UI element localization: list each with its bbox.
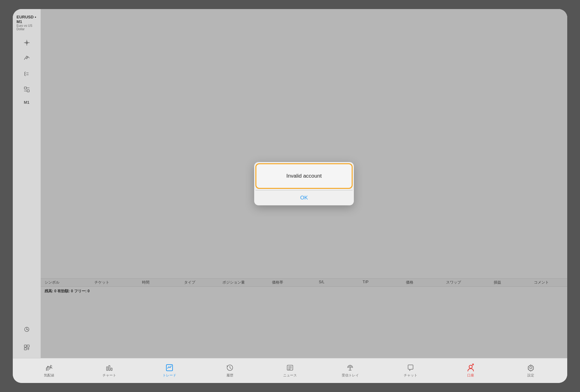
dialog-buttons: OK [254,190,354,205]
signals-label: 受信トレイ [342,373,359,378]
nav-chart[interactable]: チャート [97,364,122,378]
objects-icon[interactable] [21,83,33,96]
svg-point-3 [26,56,27,57]
chat-label: チャット [404,373,417,378]
svg-rect-13 [27,345,29,347]
news-icon [286,364,294,372]
script-icon[interactable] [21,68,33,80]
svg-point-11 [26,329,27,330]
dialog-message-box: Invalid account [255,163,353,189]
nav-settings[interactable]: 設定 [518,364,543,378]
chart-icon [105,364,113,372]
svg-point-36 [530,367,532,369]
svg-rect-7 [27,90,29,92]
quotes-label: 気配値 [44,373,54,378]
settings-label: 設定 [527,373,534,378]
nav-history[interactable]: 履歴 [217,364,242,378]
svg-rect-22 [166,365,173,371]
timeframe-label[interactable]: M1 [21,99,32,106]
nav-signals[interactable]: 受信トレイ [338,364,363,378]
dialog-message: Invalid account [286,173,321,179]
bottom-nav: 気配値 チャート トレード [13,358,567,383]
invalid-account-dialog: Invalid account OK [254,162,354,205]
svg-rect-20 [109,366,110,370]
svg-rect-19 [107,367,108,370]
dialog-overlay: Invalid account OK [41,9,567,358]
indicators-icon[interactable] [21,52,33,65]
chat-icon [406,364,415,372]
settings-icon [527,364,535,372]
crosshair-icon[interactable] [21,36,33,49]
svg-point-32 [469,365,472,368]
svg-rect-6 [24,87,26,89]
symbol-name: EURUSD • M1 [17,15,37,24]
history-label: 履歴 [226,373,233,378]
quotes-icon [45,364,53,372]
svg-rect-12 [24,345,26,347]
ok-button[interactable]: OK [254,190,354,205]
account-label: 口座 [467,373,474,378]
trade-icon [165,364,174,372]
nav-trade[interactable]: トレード [157,364,182,378]
account-icon [467,364,475,372]
chart-label: チャート [102,373,116,378]
signals-icon [346,364,354,372]
nav-account[interactable]: 口座 [458,364,483,378]
symbol-description: Euro vs US Dollar [17,24,37,31]
svg-rect-14 [24,348,26,350]
news-label: ニュース [283,373,297,378]
nav-news[interactable]: ニュース [278,364,302,378]
add-widget-icon[interactable] [21,341,33,354]
nav-chat[interactable]: チャット [398,364,423,378]
device-frame: EURUSD • M1 Euro vs US Dollar [13,9,567,383]
sidebar: EURUSD • M1 Euro vs US Dollar [13,9,41,358]
history-icon [226,364,234,372]
svg-rect-21 [111,368,112,370]
symbol-header: EURUSD • M1 Euro vs US Dollar [13,12,40,33]
nav-quotes[interactable]: 気配値 [37,364,62,378]
analysis-icon[interactable] [21,323,33,336]
main-content: EURUSD • M1 Euro vs US Dollar [13,9,567,358]
trade-label: トレード [163,373,176,378]
